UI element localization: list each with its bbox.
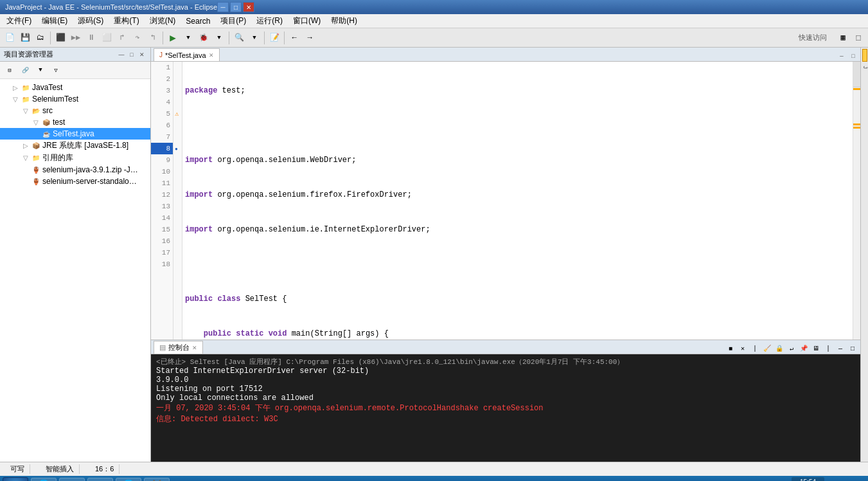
toolbar-stop[interactable]: ⬜ (100, 31, 114, 45)
toolbar-sep3 (229, 32, 229, 44)
menu-help[interactable]: 帮助(H) (327, 14, 361, 28)
console-minimize[interactable]: — (835, 343, 846, 354)
sidebar-collapse-all[interactable]: ⊟ (3, 63, 17, 77)
tree-item-selenium-server[interactable]: 🏺 selenium-server-standalo… (0, 176, 150, 187)
taskbar-firefox[interactable]: 🦊 (144, 478, 170, 481)
toolbar-view-2[interactable]: ⬚ (851, 31, 865, 45)
minimize-button[interactable]: ─ (217, 2, 229, 12)
sidebar-minimize-btn[interactable]: — (117, 50, 126, 59)
ln-1: 1 (151, 62, 173, 73)
toolbar-open-type[interactable]: 📝 (267, 31, 281, 45)
console-word-wrap[interactable]: ↵ (786, 343, 797, 354)
menu-window[interactable]: 窗口(W) (289, 14, 324, 28)
line-numbers: 1 2 3 4 5 6 7 8 9 10 11 12 13 14 15 16 1… (151, 62, 173, 340)
tree-item-javatest[interactable]: ▷ 📁 JavaTest (0, 82, 150, 93)
toolbar-resume[interactable]: ▶▶ (69, 31, 83, 45)
tree-item-seltest[interactable]: ☕ SelTest.java (0, 128, 150, 140)
folder-icon: 📁 (31, 153, 41, 163)
console-terminate[interactable]: ■ (725, 343, 736, 354)
expand-icon: ▽ (31, 117, 41, 127)
code-content[interactable]: package test; import org.openqa.selenium… (182, 62, 853, 340)
tree-item-seleniumtest[interactable]: ▽ 📁 SeleniumTest (0, 93, 150, 105)
menu-refactor[interactable]: 重构(T) (110, 14, 143, 28)
console-clear[interactable]: 🧹 (762, 343, 772, 354)
code-line-3: import org.openqa.selenium.WebDriver; (185, 154, 850, 166)
sidebar: 项目资源管理器 — □ ✕ ⊟ 🔗 ▼ ▽ ▷ 📁 JavaTest ▽ 📁 (0, 48, 151, 462)
toolbar-prev[interactable]: ← (287, 31, 301, 45)
toolbar-debug[interactable]: ⬛ (53, 31, 67, 45)
toolbar-save[interactable]: 💾 (18, 31, 32, 45)
console-pin[interactable]: 📌 (799, 343, 809, 354)
toolbar-view-1[interactable]: ▦ (836, 31, 850, 45)
menu-project[interactable]: 项目(P) (217, 14, 250, 28)
start-button[interactable]: ⊞ (3, 477, 28, 481)
toolbar-debug2-dropdown[interactable]: ▼ (212, 31, 226, 45)
bottom-tabs: ▤ 控制台 ✕ ■ ✕ | 🧹 🔒 ↵ 📌 🖥 | — □ (151, 340, 860, 354)
toolbar-suspend[interactable]: ⏸ (84, 31, 98, 45)
tree-label: SeleniumTest (32, 95, 78, 104)
ln-2: 2 (151, 73, 173, 85)
sidebar-link-editor[interactable]: 🔗 (18, 63, 32, 77)
console-tab-title: 控制台 (168, 343, 190, 352)
menu-file[interactable]: 文件(F) (3, 14, 35, 28)
marker-3 (173, 85, 182, 96)
editor-maximize-btn[interactable]: □ (849, 52, 858, 61)
bottom-panel: ▤ 控制台 ✕ ■ ✕ | 🧹 🔒 ↵ 📌 🖥 | — □ (151, 340, 860, 462)
toolbar-next[interactable]: → (303, 31, 317, 45)
toolbar-search-dropdown[interactable]: ▼ (247, 31, 261, 45)
menu-source[interactable]: 源码(S) (74, 14, 107, 28)
status-bar: 可写 智能插入 16：6 (0, 462, 868, 476)
sidebar-close-btn[interactable]: ✕ (137, 50, 146, 59)
ln-8: 8 (151, 143, 173, 154)
toolbar-search[interactable]: 🔍 (232, 31, 246, 45)
sidebar-view-menu[interactable]: ▼ (33, 63, 48, 77)
taskbar-explorer[interactable]: 📁 (59, 478, 85, 481)
tree-item-jre[interactable]: ▷ 📦 JRE 系统库 [JavaSE-1.8] (0, 140, 150, 152)
toolbar-debug2[interactable]: 🐞 (197, 31, 211, 45)
taskbar-game[interactable]: 🎮 (87, 478, 113, 481)
sidebar-action-bar: ⊟ 🔗 ▼ ▽ (0, 62, 150, 79)
marker-13 (173, 201, 182, 212)
toolbar-run[interactable]: ▶ (166, 31, 180, 45)
console-tab-close[interactable]: ✕ (192, 345, 197, 351)
toolbar: 📄 💾 🗂 ⬛ ▶▶ ⏸ ⬜ ↱ ↷ ↰ ▶ ▼ 🐞 ▼ 🔍 ▼ 📝 ← → 快… (0, 28, 868, 48)
tree-item-test[interactable]: ▽ 📦 test (0, 116, 150, 128)
tree-label: test (53, 118, 65, 127)
sidebar-maximize-btn[interactable]: □ (127, 50, 136, 59)
console-sep2: | (823, 343, 833, 354)
editor-minimize-btn[interactable]: — (837, 52, 846, 61)
tree-item-src[interactable]: ▽ 📂 src (0, 105, 150, 116)
tab-close-btn[interactable]: ✕ (209, 52, 214, 59)
scroll-thumb[interactable] (853, 62, 860, 87)
maximize-button[interactable]: □ (230, 2, 242, 12)
menu-search[interactable]: Search (182, 15, 214, 27)
taskbar-chrome[interactable]: 🌐 (116, 478, 141, 481)
toolbar-step-return[interactable]: ↰ (146, 31, 160, 45)
console-remove[interactable]: ✕ (738, 343, 748, 354)
menu-run[interactable]: 运行(R) (252, 14, 287, 28)
toolbar-step-over[interactable]: ↷ (130, 31, 145, 45)
editor-scrollbar[interactable] (853, 62, 860, 340)
menu-edit[interactable]: 编辑(E) (38, 14, 71, 28)
taskbar-clock[interactable]: 15:54 2020/1/7 (792, 477, 824, 481)
toolbar-step-into[interactable]: ↱ (115, 31, 129, 45)
console-line-1: Started InternetExplorerDriver server (3… (156, 367, 855, 376)
close-button[interactable]: ✕ (243, 2, 254, 12)
taskbar-ie[interactable]: 🌐 (31, 478, 57, 481)
editor-tab-seltest[interactable]: J *SelTest.java ✕ (154, 48, 220, 61)
toolbar-new[interactable]: 📄 (3, 31, 17, 45)
toolbar-run-dropdown[interactable]: ▼ (181, 31, 195, 45)
console-scroll-lock[interactable]: 🔒 (774, 343, 784, 354)
sidebar-expand-all[interactable]: ▽ (49, 63, 63, 77)
menu-navigate[interactable]: 浏览(N) (146, 14, 180, 28)
tree-item-selenium-java[interactable]: 🏺 selenium-java-3.9.1.zip -J… (0, 164, 150, 176)
console-maximize[interactable]: □ (847, 343, 858, 354)
toolbar-quick-access[interactable]: 快速访问 (793, 33, 832, 42)
console-open-console[interactable]: 🖥 (811, 343, 821, 354)
tree-item-libs[interactable]: ▽ 📁 引用的库 (0, 152, 150, 164)
scroll-marker-3 (853, 127, 860, 129)
code-editor[interactable]: 1 2 3 4 5 6 7 8 9 10 11 12 13 14 15 16 1… (151, 62, 860, 340)
tab-console[interactable]: ▤ 控制台 ✕ (154, 341, 203, 354)
tree-label: 引用的库 (42, 152, 73, 163)
toolbar-save-all[interactable]: 🗂 (33, 31, 48, 45)
